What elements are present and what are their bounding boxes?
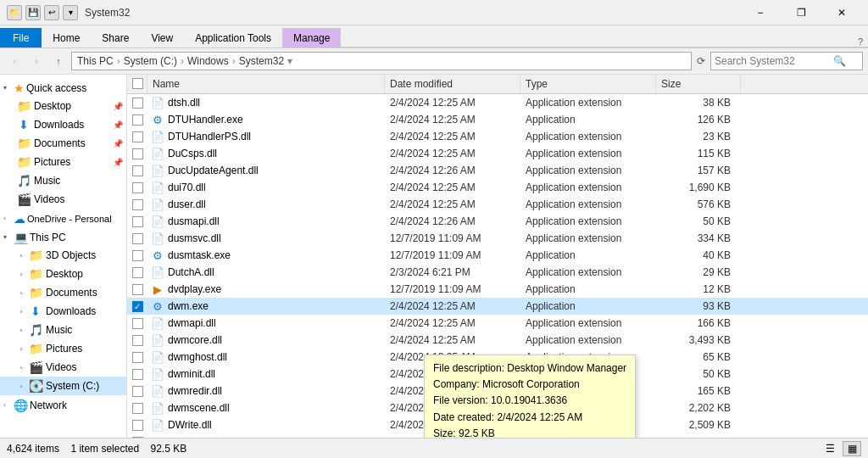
tab-file[interactable]: File [0, 28, 42, 47]
row-checkbox[interactable] [132, 267, 143, 278]
table-row[interactable]: 📄 dui70.dll 2/4/2024 12:25 AM Applicatio… [127, 179, 868, 196]
tab-home[interactable]: Home [42, 28, 91, 47]
table-row[interactable]: 📄 DuCsps.dll 2/4/2024 12:25 AM Applicati… [127, 145, 868, 162]
sidebar-item-videos-qa[interactable]: 🎬 Videos [0, 190, 126, 209]
sidebar-item-pictures-qa[interactable]: 📁 Pictures 📌 [0, 153, 126, 171]
table-row[interactable]: 📄 DucUpdateAgent.dll 2/4/2024 12:26 AM A… [127, 162, 868, 179]
sidebar-item-desktop-qa[interactable]: 📁 Desktop 📌 [0, 97, 126, 115]
row-checkbox[interactable] [132, 216, 143, 227]
sidebar-item-videos-pc[interactable]: › 🎬 Videos [0, 358, 126, 377]
tab-manage[interactable]: Manage [282, 28, 341, 47]
col-name[interactable]: Name [147, 75, 385, 93]
details-view-btn[interactable]: ☰ [821, 441, 839, 456]
file-name: dusmsvc.dll [168, 232, 221, 244]
check-cell [127, 369, 147, 380]
more-icon[interactable]: ▾ [63, 5, 78, 20]
row-checkbox[interactable]: ✓ [132, 301, 143, 312]
row-checkbox[interactable] [132, 420, 143, 431]
sidebar-item-music-pc[interactable]: › 🎵 Music [0, 321, 126, 339]
search-input[interactable] [715, 55, 833, 67]
row-checkbox[interactable] [132, 250, 143, 261]
ribbon: File Home Share View Application Tools M… [0, 25, 868, 48]
row-checkbox[interactable] [132, 233, 143, 244]
tab-view[interactable]: View [140, 28, 184, 47]
name-cell: 📄 dui70.dll [147, 181, 385, 194]
sidebar-item-downloads-pc[interactable]: › ⬇ Downloads [0, 302, 126, 321]
col-size[interactable]: Size [656, 75, 741, 93]
check-cell [127, 267, 147, 278]
row-checkbox[interactable] [132, 352, 143, 363]
file-type-icon: 📄 [151, 215, 164, 228]
row-checkbox[interactable] [132, 437, 143, 438]
sidebar-network[interactable]: › 🌐 Network [0, 395, 126, 414]
name-cell: ▶ dvdplay.exe [147, 282, 385, 296]
sidebar-item-music-qa[interactable]: 🎵 Music [0, 171, 126, 190]
row-checkbox[interactable] [132, 403, 143, 414]
table-row[interactable]: ⚙ DTUHandler.exe 2/4/2024 12:25 AM Appli… [127, 111, 868, 128]
table-row[interactable]: 📄 DutchA.dll 2/3/2024 6:21 PM Applicatio… [127, 264, 868, 281]
path-windows[interactable]: Windows [187, 55, 229, 67]
header-checkbox[interactable] [132, 78, 143, 89]
row-checkbox[interactable] [132, 114, 143, 126]
undo-icon[interactable]: ↩ [44, 5, 59, 20]
sidebar-onedrive[interactable]: › ☁ OneDrive - Personal [0, 209, 126, 227]
path-thispc[interactable]: This PC [77, 55, 114, 67]
row-checkbox[interactable] [132, 148, 143, 159]
row-checkbox[interactable] [132, 335, 143, 346]
sidebar-thispc[interactable]: ▾ 💻 This PC [0, 227, 126, 246]
name-cell: 📄 dtsh.dll [147, 96, 385, 109]
search-icon[interactable]: 🔍 [833, 55, 846, 67]
col-type[interactable]: Type [520, 75, 656, 93]
refresh-button[interactable]: ⟳ [695, 55, 707, 67]
file-type-icon: ⚙ [151, 435, 164, 438]
table-row[interactable]: 📄 dtsh.dll 2/4/2024 12:25 AM Application… [127, 94, 868, 111]
row-checkbox[interactable] [132, 199, 143, 210]
help-button[interactable]: ? [853, 36, 868, 47]
col-checkbox[interactable] [127, 75, 147, 93]
forward-button[interactable]: › [27, 52, 46, 70]
table-row[interactable]: 📄 dusmsvc.dll 12/7/2019 11:09 AM Applica… [127, 230, 868, 247]
row-checkbox[interactable] [132, 284, 143, 295]
row-checkbox[interactable] [132, 182, 143, 193]
table-row[interactable]: 📄 dwmcore.dll 2/4/2024 12:25 AM Applicat… [127, 332, 868, 349]
row-checkbox[interactable] [132, 131, 143, 142]
sidebar-item-3dobjects[interactable]: › 📁 3D Objects [0, 246, 126, 265]
sidebar-item-pictures-pc[interactable]: › 📁 Pictures [0, 339, 126, 358]
table-row[interactable]: ⚙ dusmtask.exe 12/7/2019 11:09 AM Applic… [127, 247, 868, 264]
close-button[interactable]: ✕ [822, 0, 861, 25]
pics-arrow: › [17, 345, 25, 353]
sidebar-item-downloads-qa[interactable]: ⬇ Downloads 📌 [0, 115, 126, 134]
path-system32[interactable]: System32 [239, 55, 284, 67]
sidebar-item-documents-qa[interactable]: 📁 Documents 📌 [0, 134, 126, 153]
table-row[interactable]: ✓ ⚙ dwm.exe 2/4/2024 12:25 AM Applicatio… [127, 298, 868, 315]
quick-access-icon[interactable]: 💾 [25, 5, 41, 20]
table-row[interactable]: 📄 dwmapi.dll 2/4/2024 12:25 AM Applicati… [127, 315, 868, 332]
restore-button[interactable]: ❐ [782, 0, 821, 25]
tab-share[interactable]: Share [91, 28, 140, 47]
row-checkbox[interactable] [132, 386, 143, 397]
row-checkbox[interactable] [132, 165, 143, 176]
sidebar-item-documents-pc[interactable]: › 📁 Documents [0, 283, 126, 302]
list-view-btn[interactable]: ▦ [843, 441, 861, 456]
check-cell [127, 250, 147, 261]
table-row[interactable]: 📄 duser.dll 2/4/2024 12:25 AM Applicatio… [127, 196, 868, 213]
minimize-button[interactable]: − [741, 0, 780, 25]
search-box[interactable]: 🔍 [710, 52, 863, 70]
up-button[interactable]: ↑ [49, 52, 68, 70]
table-row[interactable]: 📄 dusmapi.dll 2/4/2024 12:26 AM Applicat… [127, 213, 868, 230]
check-cell [127, 216, 147, 227]
row-checkbox[interactable] [132, 318, 143, 329]
app-icon[interactable]: 📁 [7, 5, 22, 20]
sidebar-item-systemc[interactable]: › 💽 System (C:) [0, 377, 126, 395]
table-row[interactable]: 📄 DTUHandlerPS.dll 2/4/2024 12:25 AM App… [127, 128, 868, 145]
sidebar-item-desktop-pc[interactable]: › 📁 Desktop [0, 265, 126, 283]
row-checkbox[interactable] [132, 98, 143, 109]
address-path[interactable]: This PC › System (C:) › Windows › System… [71, 52, 692, 70]
col-date[interactable]: Date modified [385, 75, 520, 93]
tab-apptools[interactable]: Application Tools [184, 28, 282, 47]
path-sysc[interactable]: System (C:) [124, 55, 177, 67]
table-row[interactable]: ▶ dvdplay.exe 12/7/2019 11:09 AM Applica… [127, 281, 868, 298]
row-checkbox[interactable] [132, 369, 143, 380]
sidebar-quickaccess[interactable]: ▾ ★ Quick access [0, 78, 126, 97]
back-button[interactable]: ‹ [5, 52, 24, 70]
